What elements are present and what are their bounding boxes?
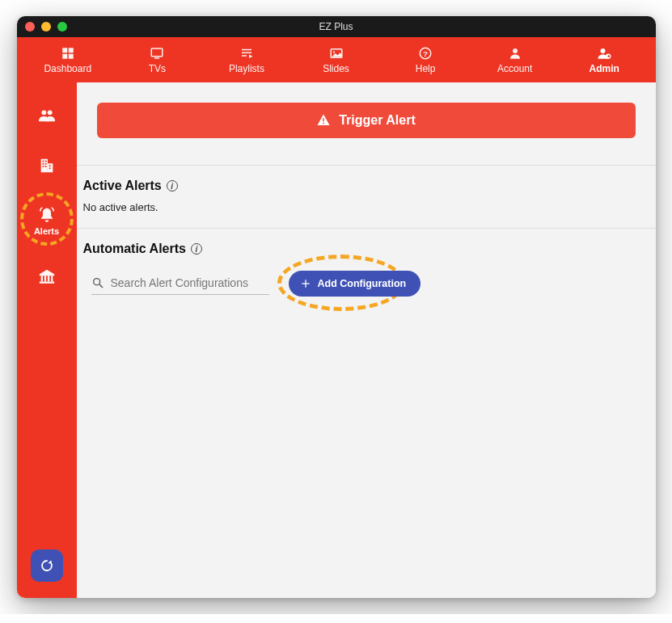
svg-rect-3: [69, 53, 74, 58]
svg-point-10: [332, 51, 334, 53]
sidebar-item-alerts[interactable]: Alerts: [23, 207, 71, 236]
svg-point-16: [608, 55, 610, 57]
sidebar-item-institution[interactable]: [23, 268, 71, 286]
automatic-alerts-section: Automatic Alerts i Add Configurati: [77, 228, 656, 311]
svg-rect-28: [49, 167, 50, 169]
info-icon[interactable]: i: [191, 243, 202, 255]
svg-rect-1: [69, 48, 74, 53]
svg-point-14: [601, 48, 606, 53]
add-configuration-wrap: Add Configuration: [289, 271, 421, 297]
svg-point-13: [513, 48, 518, 53]
svg-rect-32: [51, 276, 53, 281]
nav-dashboard[interactable]: Dashboard: [23, 37, 113, 82]
playlist-icon: [239, 46, 255, 61]
active-alerts-heading-text: Active Alerts: [83, 179, 162, 193]
trigger-alert-row: Trigger Alert: [77, 82, 656, 150]
nav-help-label: Help: [416, 63, 436, 74]
svg-rect-2: [62, 53, 67, 58]
maximize-window-button[interactable]: [57, 22, 67, 32]
window-controls: [25, 22, 67, 32]
minimize-window-button[interactable]: [41, 22, 51, 32]
info-icon[interactable]: i: [167, 180, 178, 192]
automatic-alerts-controls: Add Configuration: [83, 271, 638, 297]
building-icon: [38, 157, 56, 175]
nav-tvs-label: TVs: [149, 63, 166, 74]
search-input[interactable]: [111, 276, 269, 289]
add-configuration-button[interactable]: Add Configuration: [289, 271, 421, 297]
account-icon: [507, 46, 523, 61]
slides-icon: [328, 46, 344, 61]
nav-playlists-label: Playlists: [229, 63, 264, 74]
nav-help[interactable]: ? Help: [381, 37, 471, 82]
plus-icon: [300, 278, 311, 289]
users-icon: [38, 107, 56, 124]
nav-account-label: Account: [497, 63, 532, 74]
nav-account[interactable]: Account: [470, 37, 560, 82]
nav-playlists[interactable]: Playlists: [202, 37, 292, 82]
svg-rect-0: [62, 48, 67, 53]
help-icon: ?: [417, 46, 433, 61]
tv-icon: [149, 46, 165, 61]
svg-rect-34: [323, 118, 324, 122]
svg-rect-22: [44, 161, 46, 162]
svg-rect-26: [44, 166, 46, 167]
svg-rect-30: [44, 276, 45, 281]
titlebar: EZ Plus: [17, 16, 656, 37]
app-window: EZ Plus Dashboard TVs Playlists Slides ?…: [17, 16, 656, 598]
sidebar-item-users[interactable]: [23, 107, 71, 124]
admin-icon: [596, 46, 612, 61]
svg-rect-24: [44, 163, 46, 165]
warning-icon: [316, 113, 331, 128]
sidebar-item-label: Alerts: [34, 226, 59, 236]
top-nav: Dashboard TVs Playlists Slides ? Help Ac…: [17, 37, 656, 82]
nav-admin[interactable]: Admin: [560, 37, 649, 82]
svg-rect-4: [152, 48, 163, 57]
automatic-alerts-heading-text: Automatic Alerts: [83, 242, 186, 256]
nav-tvs[interactable]: TVs: [112, 37, 202, 82]
svg-rect-29: [40, 276, 42, 281]
svg-rect-35: [323, 123, 324, 124]
svg-rect-33: [39, 282, 53, 284]
institution-icon: [38, 268, 56, 286]
search-icon: [91, 276, 104, 289]
trigger-alert-button[interactable]: Trigger Alert: [97, 103, 636, 138]
svg-rect-19: [40, 159, 47, 173]
active-alerts-heading: Active Alerts i: [83, 179, 638, 193]
nav-slides[interactable]: Slides: [291, 37, 381, 82]
bell-icon: [38, 207, 56, 225]
search-alert-configurations[interactable]: [91, 273, 269, 295]
svg-rect-23: [42, 163, 44, 165]
svg-point-36: [93, 278, 99, 284]
refresh-icon: [40, 558, 54, 573]
svg-line-37: [99, 284, 103, 288]
automatic-alerts-heading: Automatic Alerts i: [83, 242, 638, 256]
svg-rect-27: [49, 165, 50, 166]
nav-slides-label: Slides: [323, 63, 349, 74]
sidebar: Alerts: [17, 82, 77, 598]
nav-dashboard-label: Dashboard: [44, 63, 91, 74]
nav-admin-label: Admin: [590, 63, 619, 74]
svg-rect-31: [47, 276, 49, 281]
window-title: EZ Plus: [17, 21, 656, 32]
svg-rect-21: [42, 161, 44, 162]
close-window-button[interactable]: [25, 22, 35, 32]
content-body: Alerts Trigger Alert Active Alert: [17, 82, 656, 598]
active-alerts-empty-text: No active alerts.: [83, 201, 638, 213]
dashboard-icon: [60, 46, 76, 61]
svg-point-18: [47, 110, 52, 115]
sidebar-item-buildings[interactable]: [23, 157, 71, 175]
main-content: Trigger Alert Active Alerts i No active …: [77, 82, 656, 598]
add-configuration-label: Add Configuration: [318, 278, 407, 289]
svg-text:?: ?: [423, 48, 428, 57]
refresh-button[interactable]: [31, 549, 63, 582]
active-alerts-section: Active Alerts i No active alerts.: [77, 165, 656, 228]
trigger-alert-label: Trigger Alert: [339, 113, 416, 128]
svg-rect-25: [42, 166, 44, 167]
svg-point-17: [41, 110, 46, 115]
